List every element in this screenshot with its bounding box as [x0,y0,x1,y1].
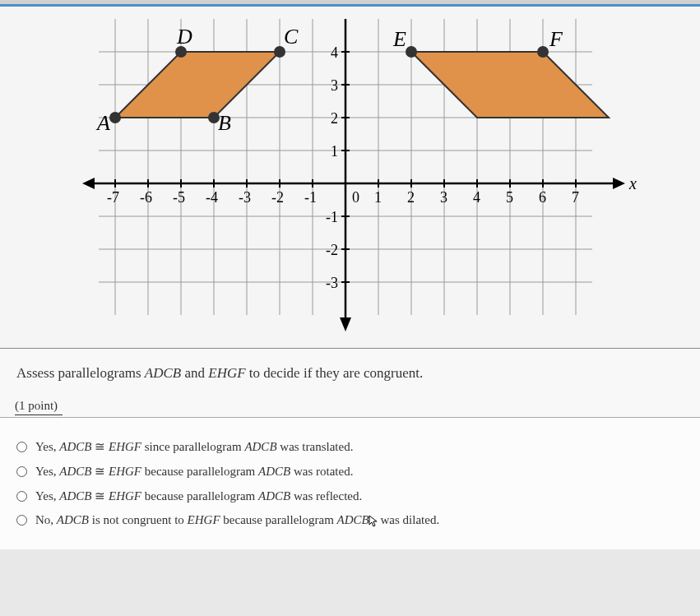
vertex-e [406,46,417,58]
svg-text:-5: -5 [173,189,185,206]
label-d: D [176,25,192,49]
arrow-down-icon [340,317,351,331]
option-1[interactable]: Yes, ADCB ≅ EHGF since parallelogram ADC… [16,439,684,454]
label-e: E [392,27,406,51]
svg-text:3: 3 [440,189,447,206]
svg-text:-1: -1 [304,189,317,206]
svg-text:3: 3 [331,77,338,94]
svg-text:1: 1 [331,143,338,160]
arrow-left-icon [82,178,95,189]
svg-text:-7: -7 [107,189,119,206]
svg-text:1: 1 [374,189,382,206]
option-text: Yes, ADCB ≅ EHGF since parallelogram ADC… [35,439,353,454]
vertex-a [109,112,121,123]
svg-text:5: 5 [506,189,513,206]
vertex-f [537,46,549,58]
svg-text:-1: -1 [326,209,338,225]
svg-text:2: 2 [407,189,415,206]
option-3[interactable]: Yes, ADCB ≅ EHGF because parallelogram A… [16,489,684,503]
shape-name: EHGF [208,365,245,381]
radio-icon[interactable] [16,442,27,452]
option-4[interactable]: No, ADCB is not congruent to EHGF becaus… [16,513,684,528]
x-tick-labels: -7 -6 -5 -4 -3 -2 -1 0 1 2 3 4 5 6 7 [107,189,579,206]
option-text: Yes, ADCB ≅ EHGF because parallelogram A… [35,464,353,479]
question-prompt: Assess parallelograms ADCB and EHGF to d… [16,365,684,382]
svg-text:2: 2 [331,110,338,127]
arrow-right-icon [613,178,625,189]
label-f: F [549,27,563,51]
svg-text:4: 4 [331,44,338,61]
label-b: B [218,111,231,135]
radio-icon[interactable] [16,515,27,526]
option-2[interactable]: Yes, ADCB ≅ EHGF because parallelogram A… [16,464,684,479]
prompt-text: to decide if they are congruent. [246,365,424,381]
points-label: (1 point) [15,399,63,415]
x-axis-label: x [628,174,637,192]
svg-text:0: 0 [352,189,359,206]
prompt-text: and [181,365,208,381]
svg-text:-2: -2 [326,242,338,258]
svg-text:-4: -4 [206,189,218,206]
svg-text:-3: -3 [239,189,251,206]
prompt-text: Assess parallelograms [16,365,145,381]
option-text: Yes, ADCB ≅ EHGF because parallelogram A… [35,489,362,503]
radio-icon[interactable] [16,491,27,502]
svg-text:6: 6 [539,189,546,206]
chart-area: A D C B E F -7 -6 -5 -4 -3 -2 -1 0 1 2 3… [0,7,700,348]
svg-text:-6: -6 [140,189,152,206]
coordinate-grid: A D C B E F -7 -6 -5 -4 -3 -2 -1 0 1 2 3… [82,15,642,340]
option-text: No, ADCB is not congruent to EHGF becaus… [35,513,439,528]
label-c: C [284,25,299,49]
svg-text:-2: -2 [271,189,284,206]
svg-text:4: 4 [473,189,480,206]
shape-name: ADCB [145,365,181,381]
radio-icon[interactable] [16,466,27,477]
header-divider [0,0,700,7]
svg-text:7: 7 [572,189,579,206]
options-block: Yes, ADCB ≅ EHGF since parallelogram ADC… [0,417,700,549]
label-a: A [95,111,110,135]
y-tick-labels: 4 3 2 1 -1 -2 -3 [326,44,338,291]
svg-text:-3: -3 [326,275,338,291]
question-block: Assess parallelograms ADCB and EHGF to d… [0,348,700,417]
